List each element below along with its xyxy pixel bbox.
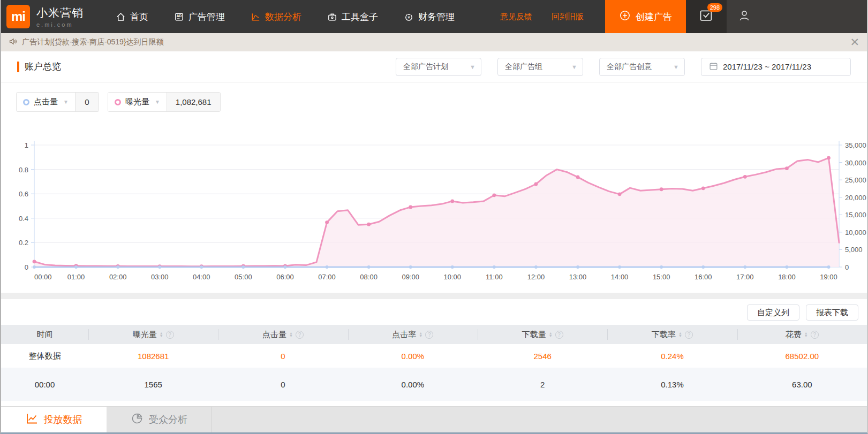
sort-icon[interactable]: ▲▼ xyxy=(419,332,422,337)
svg-text:0.4: 0.4 xyxy=(19,215,28,223)
col-header-clicks: 点击量▲▼? xyxy=(218,325,348,344)
help-icon[interactable]: ? xyxy=(811,331,819,339)
impressions-metric-pill[interactable]: 曝光量 ▼ 1,082,681 xyxy=(108,92,221,112)
cell-download-rate: 0.13% xyxy=(607,368,737,401)
impressions-metric-label: 曝光量 xyxy=(125,97,149,107)
cell-clicks: 0 xyxy=(218,344,348,368)
sort-icon[interactable]: ▲▼ xyxy=(549,332,553,337)
menu-item-home[interactable]: 首页 xyxy=(116,11,148,23)
date-range-picker[interactable]: 2017/11/23 ~ 2017/11/23 xyxy=(701,58,851,76)
svg-text:12:00: 12:00 xyxy=(527,273,545,281)
brand-name: 小米营销 xyxy=(36,5,84,20)
svg-text:01:00: 01:00 xyxy=(67,273,85,281)
tab-audience-analysis[interactable]: 受众分析 xyxy=(107,407,212,432)
section-divider xyxy=(1,293,867,299)
help-icon[interactable]: ? xyxy=(425,331,433,339)
messages-button[interactable]: 298 xyxy=(686,0,727,33)
svg-text:19:00: 19:00 xyxy=(820,273,837,281)
menu-item-toolbox[interactable]: 工具盒子 xyxy=(327,11,378,23)
chevron-down-icon: ▼ xyxy=(571,64,577,70)
help-icon[interactable]: ? xyxy=(555,331,563,339)
sort-icon[interactable]: ▲▼ xyxy=(678,332,682,337)
help-icon[interactable]: ? xyxy=(685,331,693,339)
tab-delivery-data[interactable]: 投放数据 xyxy=(1,407,107,432)
svg-text:06:00: 06:00 xyxy=(276,273,294,281)
sort-icon[interactable]: ▲▼ xyxy=(804,332,808,337)
svg-text:18:00: 18:00 xyxy=(778,273,796,281)
filters: 全部广告计划 ▼ 全部广告组 ▼ 全部广告创意 ▼ 2017/11/23 ~ 2… xyxy=(396,58,851,76)
svg-text:0.2: 0.2 xyxy=(19,239,28,247)
user-icon xyxy=(737,9,751,25)
brand[interactable]: mi 小米营销 e.mi.com xyxy=(1,0,84,33)
nav-right: 意见反馈 回到旧版 创建广告 298 xyxy=(500,0,867,33)
line-chart-icon xyxy=(26,412,39,428)
cell-impressions: 1082681 xyxy=(88,344,218,368)
home-icon xyxy=(116,12,126,22)
clicks-metric-left[interactable]: 点击量 ▼ xyxy=(17,93,75,111)
svg-text:0: 0 xyxy=(25,263,28,271)
download-report-button[interactable]: 报表下载 xyxy=(806,304,858,321)
impressions-metric-left[interactable]: 曝光量 ▼ xyxy=(108,93,167,111)
svg-text:05:00: 05:00 xyxy=(235,273,252,281)
svg-text:30,000: 30,000 xyxy=(845,159,866,167)
table-row-total: 整体数据 1082681 0 0.00% 2546 0.24% 68502.00 xyxy=(1,344,867,368)
svg-text:20,000: 20,000 xyxy=(845,194,866,202)
date-range-value: 2017/11/23 ~ 2017/11/23 xyxy=(723,62,811,71)
analytics-icon xyxy=(251,12,261,22)
sort-icon[interactable]: ▲▼ xyxy=(289,332,293,337)
overview-header: 账户总览 全部广告计划 ▼ 全部广告组 ▼ 全部广告创意 ▼ 2017/11/2… xyxy=(1,51,867,82)
account-overview-card: 账户总览 全部广告计划 ▼ 全部广告组 ▼ 全部广告创意 ▼ 2017/11/2… xyxy=(1,51,867,293)
metric-selectors: 点击量 ▼ 0 曝光量 ▼ 1,082,681 xyxy=(1,82,867,112)
old-version-link[interactable]: 回到旧版 xyxy=(552,12,584,22)
notice-text: 广告计划{贷款-搜索-商店-0519}达到日限额 xyxy=(22,37,163,47)
pie-chart-icon xyxy=(131,412,144,428)
overview-line-chart[interactable]: 00.20.40.60.8105,00010,00015,00020,00025… xyxy=(1,124,868,291)
creative-select[interactable]: 全部广告创意 ▼ xyxy=(599,58,685,76)
svg-text:35,000: 35,000 xyxy=(845,141,866,149)
col-header-download-rate: 下载率▲▼? xyxy=(607,325,737,344)
nav-links: 意见反馈 回到旧版 xyxy=(500,0,584,33)
tab-label: 受众分析 xyxy=(149,413,187,426)
svg-text:11:00: 11:00 xyxy=(486,273,503,281)
toolbox-icon xyxy=(327,12,337,22)
chevron-down-icon: ▼ xyxy=(673,64,679,70)
clicks-metric-pill[interactable]: 点击量 ▼ 0 xyxy=(16,92,99,112)
menu-item-ad-manage[interactable]: AD 广告管理 xyxy=(174,11,225,23)
svg-text:0: 0 xyxy=(845,263,849,271)
menu-item-analytics[interactable]: 数据分析 xyxy=(251,11,301,23)
clicks-series-dot-icon xyxy=(23,99,29,105)
help-icon[interactable]: ? xyxy=(166,331,174,339)
chart-container: 00.20.40.60.8105,00010,00015,00020,00025… xyxy=(1,112,867,293)
svg-text:17:00: 17:00 xyxy=(736,273,754,281)
impressions-metric-value: 1,082,681 xyxy=(167,93,220,111)
adgroup-select[interactable]: 全部广告组 ▼ xyxy=(497,58,583,76)
svg-text:16:00: 16:00 xyxy=(695,273,712,281)
create-ad-label: 创建广告 xyxy=(636,11,672,23)
create-ad-button[interactable]: 创建广告 xyxy=(605,0,686,33)
sort-icon[interactable]: ▲▼ xyxy=(160,332,163,337)
cell-ctr: 0.00% xyxy=(348,368,478,401)
campaign-select[interactable]: 全部广告计划 ▼ xyxy=(396,58,481,76)
clicks-metric-value: 0 xyxy=(75,93,99,111)
calendar-icon xyxy=(709,62,718,72)
top-nav: mi 小米营销 e.mi.com 首页 AD 广告管理 数据分析 工具盒子 xyxy=(1,0,867,33)
menu-item-label: 财务管理 xyxy=(418,11,455,23)
col-header-impressions: 曝光量▲▼? xyxy=(88,325,218,344)
feedback-link[interactable]: 意见反馈 xyxy=(500,12,532,22)
svg-text:5,000: 5,000 xyxy=(845,246,863,254)
close-icon[interactable]: ✕ xyxy=(850,35,859,49)
col-header-ctr: 点击率▲▼? xyxy=(348,325,478,344)
customize-columns-button[interactable]: 自定义列 xyxy=(747,304,799,321)
user-menu[interactable] xyxy=(727,0,867,33)
mi-logo-icon: mi xyxy=(6,5,30,28)
help-icon[interactable]: ? xyxy=(296,331,304,339)
svg-text:0.8: 0.8 xyxy=(19,166,28,174)
menu-item-finance[interactable]: ¥ 财务管理 xyxy=(404,11,455,23)
adgroup-select-value: 全部广告组 xyxy=(505,62,542,72)
svg-text:25,000: 25,000 xyxy=(845,176,866,184)
svg-text:15,000: 15,000 xyxy=(845,211,866,219)
svg-text:1: 1 xyxy=(25,141,28,149)
cell-downloads: 2546 xyxy=(478,344,607,368)
svg-text:10,000: 10,000 xyxy=(845,229,866,237)
col-header-time: 时间 xyxy=(1,325,88,344)
